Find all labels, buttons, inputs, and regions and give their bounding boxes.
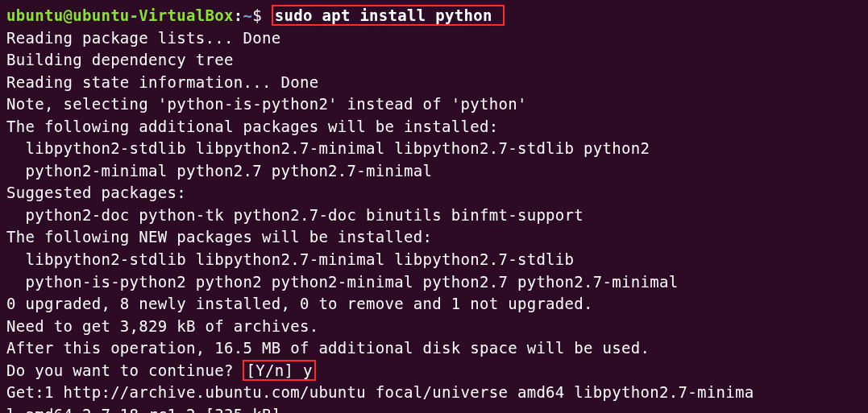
output-line: Reading state information... Done: [6, 72, 862, 94]
output-line: The following additional packages will b…: [6, 116, 862, 138]
output-line: Note, selecting 'python-is-python2' inst…: [6, 93, 862, 116]
continue-question: Do you want to continue?: [6, 361, 243, 379]
download-line: Get:1 http://archive.ubuntu.com/ubuntu f…: [6, 382, 862, 404]
output-line: python2-doc python-tk python2.7-doc binu…: [6, 204, 862, 227]
output-line: Reading package lists... Done: [6, 27, 862, 50]
download-line: l amd64 2.7.18~rc1-2 [335 kB]: [6, 404, 862, 413]
command-text[interactable]: sudo apt install python: [275, 6, 502, 24]
continue-prompt-line: Do you want to continue? [Y/n] y: [6, 360, 862, 382]
output-line: 0 upgraded, 8 newly installed, 0 to remo…: [6, 293, 862, 316]
output-line: libpython2-stdlib libpython2.7-minimal l…: [6, 138, 862, 160]
prompt-user: ubuntu@ubuntu-VirtualBox: [6, 6, 234, 24]
prompt-line: ubuntu@ubuntu-VirtualBox:~$ sudo apt ins…: [6, 5, 862, 27]
output-line: libpython2-stdlib libpython2.7-minimal l…: [6, 249, 862, 271]
output-line: python-is-python2 python2 python2-minima…: [6, 271, 862, 294]
command-highlight: sudo apt install python: [272, 5, 505, 26]
output-line: Suggested packages:: [6, 182, 862, 204]
output-line: After this operation, 16.5 MB of additio…: [6, 337, 862, 360]
prompt-colon: :: [234, 6, 243, 24]
prompt-dollar: $: [252, 6, 271, 24]
continue-choice-highlight[interactable]: [Y/n] y: [243, 360, 315, 381]
prompt-path: ~: [243, 6, 253, 24]
output-line: Need to get 3,829 kB of archives.: [6, 316, 862, 338]
output-line: python2-minimal python2.7 python2.7-mini…: [6, 160, 862, 183]
output-line: The following NEW packages will be insta…: [6, 226, 862, 249]
output-line: Building dependency tree: [6, 49, 862, 72]
